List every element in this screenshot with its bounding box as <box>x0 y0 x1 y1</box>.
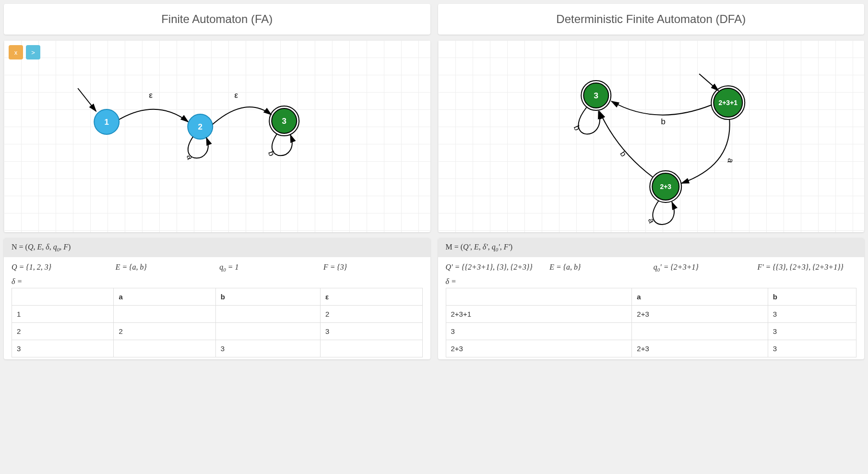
dfa-F: F' = {{3}, {2+3}, {2+3+1}} <box>757 263 856 273</box>
dfa-q0: q0' = {2+3+1} <box>654 263 753 273</box>
table-row: 2+32+33 <box>446 340 856 357</box>
dfa-state-23-label: 2+3 <box>660 183 671 190</box>
dfa-delta: δ = <box>446 277 857 286</box>
fa-q0: q0 = 1 <box>219 263 319 273</box>
table-row: 33 <box>12 340 423 357</box>
dfa-state-231-label: 2+3+1 <box>718 99 737 107</box>
fa-title: Finite Automaton (FA) <box>4 4 430 35</box>
fa-loop2-label: a <box>185 154 195 161</box>
fa-state-3-label: 3 <box>282 117 286 126</box>
dfa-state-3-label: 3 <box>594 91 598 100</box>
fa-edge-12-label: ε <box>149 91 153 100</box>
table-row: 33 <box>446 323 856 340</box>
dfa-edge-231-3-label: b <box>661 117 665 126</box>
dfa-E: E = {a, b} <box>549 263 649 273</box>
fa-F: F = {3} <box>323 263 423 273</box>
dfa-edge-23-3-label: b <box>618 150 628 159</box>
table-header: ε <box>321 288 422 306</box>
fa-state-2-label: 2 <box>198 122 202 131</box>
dfa-canvas[interactable]: 2+3+1 3 2+3 b a b b <box>438 40 865 232</box>
dfa-definition: M = (Q', E, δ', q0', F') Q' = {{2+3+1}, … <box>438 238 865 359</box>
dfa-Q: Q' = {{2+3+1}, {3}, {2+3}} <box>446 263 545 273</box>
table-row: 12 <box>12 306 423 323</box>
fa-Q: Q = {1, 2, 3} <box>12 263 111 273</box>
table-header: a <box>632 288 768 306</box>
table-header <box>12 288 114 306</box>
fa-transition-table: a b ε 12 223 33 <box>12 288 423 357</box>
table-header: a <box>114 288 215 306</box>
table-row: 2+3+12+33 <box>446 306 856 323</box>
table-header: b <box>768 288 856 306</box>
fa-canvas[interactable]: x > 1 ε 2 <box>4 40 430 232</box>
fa-delta: δ = <box>12 277 423 286</box>
fa-E: E = {a, b} <box>116 263 215 273</box>
delete-button[interactable]: x <box>9 45 23 59</box>
fa-loop3-label: b <box>266 150 276 157</box>
next-button[interactable]: > <box>26 45 40 59</box>
fa-edge-23-label: ε <box>234 91 238 100</box>
table-header: b <box>215 288 320 306</box>
fa-state-1-label: 1 <box>105 118 109 127</box>
fa-toolbar: x > <box>9 45 40 59</box>
fa-graph: 1 ε 2 a ε 3 b <box>4 40 430 232</box>
fa-definition: N = (Q, E, δ, q0, F) Q = {1, 2, 3} E = {… <box>4 238 430 359</box>
table-row: 223 <box>12 323 423 340</box>
dfa-edge-231-23-label: a <box>725 158 735 164</box>
dfa-graph: 2+3+1 3 2+3 b a b b <box>438 40 865 232</box>
dfa-title: Deterministic Finite Automaton (DFA) <box>438 4 865 35</box>
fa-tuple-header: N = (Q, E, δ, q0, F) <box>4 238 430 257</box>
dfa-loop23-label: a <box>646 217 656 225</box>
dfa-transition-table: a b 2+3+12+33 33 2+32+33 <box>446 288 857 357</box>
dfa-tuple-header: M = (Q', E, δ', q0', F') <box>438 238 865 257</box>
table-header <box>446 288 632 306</box>
